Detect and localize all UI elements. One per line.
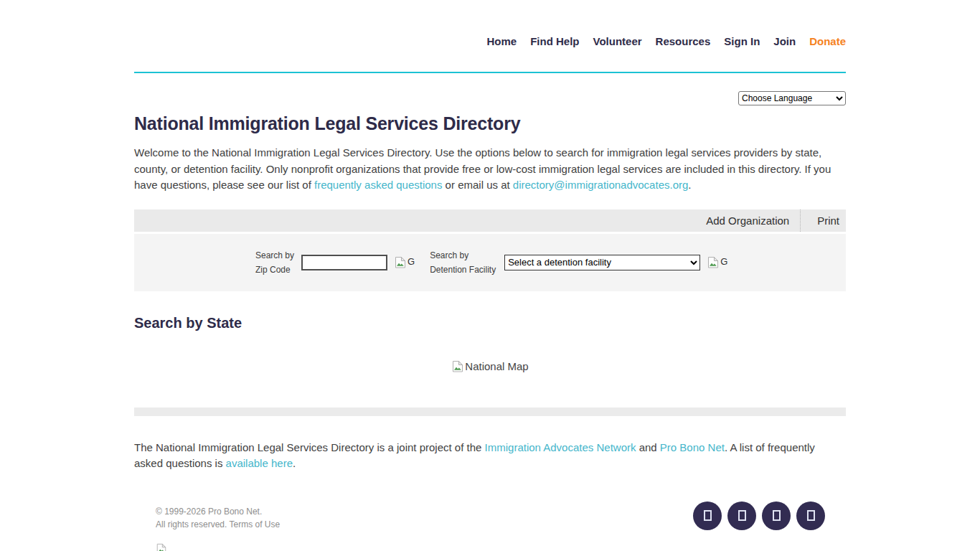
pro-bono-net-link[interactable]: Pro Bono Net — [660, 441, 725, 453]
print-button[interactable]: Print — [800, 209, 846, 232]
intro-text-3: . — [688, 179, 691, 191]
zip-go-button[interactable]: G — [394, 256, 415, 269]
nav-item-donate[interactable]: Donate — [809, 35, 846, 47]
missing-glyph-icon — [773, 510, 781, 521]
missing-glyph-icon — [704, 510, 712, 521]
faq-link[interactable]: frequently asked questions — [314, 179, 442, 191]
broken-image-icon — [394, 256, 407, 269]
main-nav: Home Find Help Volunteer Resources Sign … — [487, 35, 847, 47]
language-row: Choose Language — [134, 91, 846, 105]
ian-link[interactable]: Immigration Advocates Network — [485, 441, 636, 453]
broken-image-icon — [156, 543, 167, 551]
footer-text-4: . — [293, 457, 296, 469]
detention-facility-select[interactable]: Select a detention facility — [504, 255, 700, 270]
nav-item-volunteer[interactable]: Volunteer — [593, 35, 642, 47]
page-container: Home Find Help Volunteer Resources Sign … — [134, 0, 846, 551]
add-organization-button[interactable]: Add Organization — [706, 209, 800, 232]
footer-text-2: and — [636, 441, 659, 453]
nav-item-join[interactable]: Join — [773, 35, 796, 47]
nav-item-find-help[interactable]: Find Help — [530, 35, 579, 47]
facility-label-line2: Detention Facility — [430, 263, 497, 277]
copyright-text: © 1999-2026 Pro Bono Net. All rights res… — [156, 505, 280, 531]
copyright-block: © 1999-2026 Pro Bono Net. All rights res… — [134, 505, 280, 551]
footer-logo-broken-image — [156, 543, 280, 551]
header: Home Find Help Volunteer Resources Sign … — [134, 0, 846, 73]
zip-label-line2: Zip Code — [255, 263, 296, 277]
footer-bottom-row: © 1999-2026 Pro Bono Net. All rights res… — [134, 505, 846, 551]
zip-label-line1: Search by — [255, 248, 296, 263]
nav-item-resources[interactable]: Resources — [656, 35, 711, 47]
directory-toolbar: Add Organization Print — [134, 209, 846, 232]
zip-code-input[interactable] — [301, 255, 387, 270]
terms-of-use-link[interactable]: Terms of Use — [230, 519, 281, 529]
facility-go-button[interactable]: G — [707, 256, 727, 269]
nav-item-sign-in[interactable]: Sign In — [724, 35, 760, 47]
zip-go-alt-text: G — [407, 256, 415, 267]
facility-search-label: Search by Detention Facility — [430, 248, 497, 277]
national-map-image[interactable]: National Map — [451, 360, 528, 373]
available-here-link[interactable]: available here — [226, 457, 293, 469]
add-organization-label: Add Organization — [706, 215, 789, 227]
intro-text-2: or email us at — [442, 179, 512, 191]
search-panel: Search by Zip Code G Search by Detention… — [134, 234, 846, 291]
facility-go-alt-text: G — [720, 256, 727, 267]
search-by-state-heading: Search by State — [134, 315, 846, 331]
email-link[interactable]: directory@immigrationadvocates.org — [513, 179, 689, 191]
social-button-1[interactable] — [693, 501, 722, 530]
social-button-4[interactable] — [796, 501, 825, 530]
page-title: National Immigration Legal Services Dire… — [134, 113, 846, 134]
broken-image-icon — [707, 256, 720, 269]
social-button-3[interactable] — [762, 501, 791, 530]
social-buttons — [693, 501, 825, 530]
print-label: Print — [817, 215, 839, 227]
social-button-2[interactable] — [727, 501, 756, 530]
rights-reserved-text: All rights reserved. — [156, 519, 230, 529]
language-select[interactable]: Choose Language — [738, 91, 846, 105]
missing-glyph-icon — [807, 510, 815, 521]
copyright-line-2: All rights reserved. Terms of Use — [156, 518, 280, 531]
nav-item-home[interactable]: Home — [487, 35, 517, 47]
footer-text-1: The National Immigration Legal Services … — [134, 441, 485, 453]
national-map-alt-text: National Map — [465, 360, 528, 372]
broken-image-icon — [451, 360, 464, 373]
missing-glyph-icon — [738, 510, 746, 521]
zip-search-label: Search by Zip Code — [255, 248, 296, 277]
section-divider-bar — [134, 408, 846, 416]
intro-paragraph: Welcome to the National Immigration Lega… — [134, 145, 846, 194]
facility-label-line1: Search by — [430, 248, 497, 263]
footer-about-paragraph: The National Immigration Legal Services … — [134, 440, 846, 472]
copyright-line-1: © 1999-2026 Pro Bono Net. — [156, 505, 280, 518]
national-map-row: National Map — [134, 360, 846, 375]
